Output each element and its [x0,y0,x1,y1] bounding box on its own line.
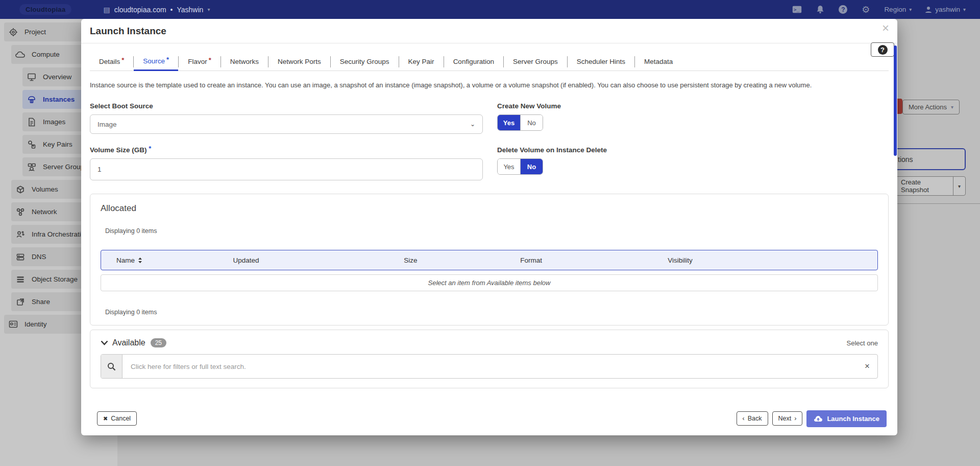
tab-networks[interactable]: Networks [221,53,268,71]
svg-text:>_: >_ [794,7,799,12]
wizard-tabs: Details * Source * Flavor * Networks Net… [90,53,889,71]
question-icon: ? [878,45,888,55]
modal-scrollbar[interactable] [894,45,897,156]
delete-volume-toggle: Yes No [497,158,543,175]
tab-security-groups[interactable]: Security Groups [331,53,399,71]
required-marker: * [209,56,211,64]
volume-size-input[interactable] [90,158,483,180]
breadcrumb-project: Yashwin [177,6,204,14]
terminal-icon[interactable]: >_ [792,5,802,15]
tab-server-groups[interactable]: Server Groups [504,53,567,71]
bell-icon[interactable] [815,5,825,15]
available-count-badge: 25 [151,338,166,347]
page-title: Launch Instance [90,26,166,37]
column-visibility[interactable]: Visibility [668,257,877,264]
displaying-count-bottom: Displaying 0 items [105,309,878,316]
clear-search-icon[interactable]: × [857,355,877,378]
sort-icon [138,257,142,264]
tab-key-pair[interactable]: Key Pair [399,53,444,71]
tab-metadata[interactable]: Metadata [635,53,682,71]
allocated-panel: Allocated Displaying 0 items Name Update… [90,194,889,325]
brand-logo[interactable]: Cloudtopiaa [19,4,71,15]
back-arrow-icon: ‹ [743,415,745,422]
boot-source-label: Select Boot Source [90,102,483,110]
search-input[interactable] [122,355,857,378]
tab-scheduler-hints[interactable]: Scheduler Hints [568,53,634,71]
user-icon [925,6,932,13]
column-updated[interactable]: Updated [233,257,404,264]
cancel-x-icon: ✖ [103,415,108,422]
breadcrumb[interactable]: ▤ cloudtopiaa.com • Yashwin ▾ [103,6,210,14]
allocated-empty-row: Select an item from Available items belo… [101,274,878,291]
tab-details[interactable]: Details * [90,53,133,71]
create-volume-toggle: Yes No [497,114,543,131]
delete-volume-yes-button[interactable]: Yes [498,159,520,174]
boot-source-select[interactable]: Image ⌄ [90,114,483,134]
tab-configuration[interactable]: Configuration [444,53,503,71]
available-search-bar: × [101,354,878,379]
required-marker: * [166,56,169,63]
available-title: Available [112,338,145,347]
search-icon-segment[interactable] [101,355,122,378]
create-volume-no-button[interactable]: No [520,115,543,130]
breadcrumb-separator: • [170,6,173,14]
close-icon[interactable]: × [882,22,889,34]
column-format[interactable]: Format [520,257,668,264]
tab-network-ports[interactable]: Network Ports [268,53,330,71]
back-button[interactable]: ‹ Back [737,411,768,426]
launch-instance-modal: Launch Instance × ? Details * Source * F… [81,19,897,435]
cancel-button[interactable]: ✖ Cancel [97,411,137,426]
chevron-down-icon: ⌄ [470,121,475,128]
column-size[interactable]: Size [404,257,520,264]
allocated-title: Allocated [101,203,878,214]
modal-header: Launch Instance × [81,19,897,43]
next-arrow-icon: › [794,415,796,422]
top-navbar: Cloudtopiaa ▤ cloudtopiaa.com • Yashwin … [0,0,980,19]
chevron-down-icon: ▾ [963,7,966,12]
source-description: Instance source is the template used to … [90,81,889,89]
chevron-down-icon: ▾ [207,7,210,12]
delete-volume-no-button[interactable]: No [520,159,543,174]
create-volume-label: Create New Volume [497,102,889,110]
allocated-table-header: Name Updated Size Format Visibility [101,250,878,270]
user-menu[interactable]: yashwin ▾ [925,6,966,13]
window-icon: ▤ [103,6,110,14]
search-icon [107,362,116,371]
delete-volume-label: Delete Volume on Instance Delete [497,146,889,154]
displaying-count-top: Displaying 0 items [105,227,878,235]
help-button[interactable]: ? [871,42,894,57]
tab-source[interactable]: Source * [134,52,178,71]
launch-instance-button[interactable]: Launch Instance [806,410,887,427]
select-one-hint: Select one [847,339,878,347]
volume-size-label: Volume Size (GB) * [90,146,483,154]
gear-icon[interactable]: ⚙ [861,5,871,15]
create-volume-yes-button[interactable]: Yes [498,115,520,130]
tab-flavor[interactable]: Flavor * [179,53,220,71]
modal-footer: ✖ Cancel ‹ Back Next › Launch Instance [81,407,897,435]
chevron-down-icon: ▾ [909,7,912,12]
required-marker: * [121,56,124,64]
chevron-down-icon[interactable] [101,340,108,345]
next-button[interactable]: Next › [772,411,803,426]
cloud-upload-icon [814,415,823,422]
available-panel: Available 25 Select one × [90,330,889,388]
required-marker: * [149,145,151,152]
help-icon[interactable]: ? [839,5,847,14]
column-name[interactable]: Name [101,257,233,264]
breadcrumb-domain: cloudtopiaa.com [114,6,166,14]
region-selector[interactable]: Region ▾ [884,6,912,13]
